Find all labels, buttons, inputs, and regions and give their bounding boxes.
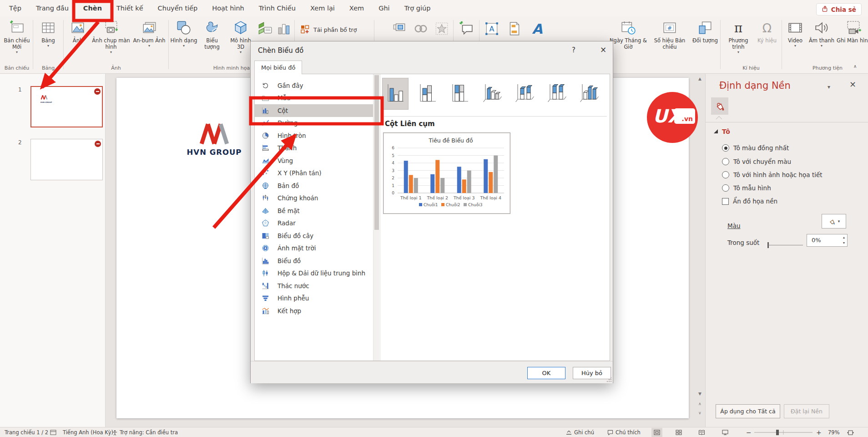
- option-gradient-fill[interactable]: Tô với chuyển màu: [722, 158, 791, 165]
- zoom-level[interactable]: 79%: [828, 427, 840, 437]
- ok-button[interactable]: OK: [527, 367, 565, 379]
- canvas-scrollbar[interactable]: ▲ ▼ ∧ ∨: [697, 76, 704, 425]
- shapes-button[interactable]: Hình dạng▾: [170, 16, 198, 48]
- slide-number-button[interactable]: # Số hiệu Bản chiếu: [648, 16, 691, 50]
- table-button[interactable]: Bảng▾: [40, 16, 56, 48]
- smartart-button[interactable]: [255, 16, 275, 36]
- accessibility-status[interactable]: Trợ năng: Cần điều tra: [120, 427, 178, 437]
- radio-selected-icon[interactable]: [722, 144, 729, 152]
- reading-view-button[interactable]: [696, 427, 707, 437]
- fill-tab[interactable]: [711, 97, 728, 115]
- chart-category-stock[interactable]: Chứng khoán: [255, 192, 373, 205]
- slideshow-view-button[interactable]: [720, 427, 731, 437]
- ribbon-tab-3[interactable]: Thiết kế: [109, 0, 151, 16]
- all-charts-tab[interactable]: Mọi biểu đồ: [254, 61, 302, 74]
- panel-close-icon[interactable]: ×: [849, 79, 856, 89]
- next-slide-icon[interactable]: ∨: [698, 411, 701, 415]
- chart-category-radar[interactable]: Radar: [255, 217, 373, 230]
- option-hide-background[interactable]: Ẩn đồ họa nền: [722, 198, 777, 205]
- scroll-up-icon[interactable]: ▲: [698, 76, 701, 81]
- dialog-close-icon[interactable]: ×: [596, 45, 610, 54]
- category-list-scrollbar[interactable]: [373, 74, 379, 361]
- chart-category-surface[interactable]: Bề mặt: [255, 204, 373, 217]
- subtype-100-stacked-column-icon[interactable]: [447, 78, 473, 110]
- ribbon-tab-6[interactable]: Trình Chiếu: [252, 0, 303, 16]
- share-button[interactable]: Chia sẻ: [816, 3, 862, 15]
- chart-category-funnel[interactable]: Hình phễu: [255, 292, 373, 305]
- date-time-button[interactable]: Ngày Tháng & Giờ: [608, 16, 648, 50]
- radio-icon[interactable]: [722, 171, 729, 178]
- subtype-clustered-column-icon[interactable]: [382, 78, 409, 110]
- video-button[interactable]: Video▾: [783, 16, 807, 48]
- chart-category-recent[interactable]: Gần đây: [255, 79, 373, 92]
- subtype-3d-column-icon[interactable]: [576, 78, 602, 110]
- symbol-button[interactable]: Ω Ký hiệu: [754, 16, 780, 44]
- zoom-in-icon[interactable]: +: [816, 427, 822, 437]
- ribbon-tab-2[interactable]: Chèn: [76, 0, 109, 16]
- get-addins-button[interactable]: Tải phần bổ trợ: [296, 16, 360, 35]
- screen-recording-button[interactable]: Ghi Màn hình: [836, 16, 868, 44]
- comments-button[interactable]: Chú thích: [607, 427, 641, 437]
- ribbon-tab-7[interactable]: Xem lại: [303, 0, 342, 16]
- checkbox-icon[interactable]: [722, 198, 729, 205]
- chart-category-boxwhisker[interactable]: Hộp & Dải dữ liệu trung bình: [255, 267, 373, 280]
- normal-view-button[interactable]: [651, 427, 662, 437]
- reset-background-button[interactable]: Đặt lại Nền: [784, 404, 829, 418]
- dialog-help-icon[interactable]: ?: [572, 46, 575, 54]
- panel-dropdown-icon[interactable]: ▾: [828, 84, 830, 90]
- ribbon-tab-9[interactable]: Ghi: [371, 0, 397, 16]
- equation-button[interactable]: π Phương trình▾: [722, 16, 754, 54]
- chart-category-map[interactable]: Bản đồ: [255, 179, 373, 192]
- cancel-button[interactable]: Hủy bỏ: [573, 367, 611, 379]
- object-button[interactable]: Đối tượng: [692, 16, 718, 44]
- slide-sorter-view-button[interactable]: [673, 427, 684, 437]
- chart-preview[interactable]: Tiêu đề Biểu đồ0123456Thể loại 1Thể loại…: [383, 132, 510, 214]
- fill-section-expand-icon[interactable]: [714, 129, 718, 133]
- subtype-3d-clustered-column-icon[interactable]: [479, 78, 505, 110]
- spinner-arrows-icon[interactable]: ▴▾: [843, 235, 845, 246]
- chart-category-line[interactable]: Đường: [255, 117, 373, 130]
- slide-2-thumbnail[interactable]: [30, 139, 103, 180]
- chart-category-template[interactable]: Mẫu: [255, 92, 373, 105]
- option-solid-fill[interactable]: Tô màu đồng nhất: [722, 144, 789, 152]
- layout-icon[interactable]: [50, 427, 56, 437]
- zoom-out-icon[interactable]: −: [746, 427, 752, 437]
- collapse-ribbon-icon[interactable]: ∧: [853, 64, 857, 69]
- subtype-3d-stacked-column-icon[interactable]: [511, 78, 538, 110]
- chart-category-column[interactable]: Cột: [255, 104, 373, 117]
- ribbon-tab-8[interactable]: Xem: [342, 0, 371, 16]
- transparency-slider-track[interactable]: [768, 245, 803, 245]
- notes-button[interactable]: Ghi chú: [566, 427, 594, 437]
- audio-button[interactable]: Âm thanh▾: [807, 16, 836, 48]
- color-picker-button[interactable]: ▾: [822, 214, 846, 229]
- resize-grip[interactable]: [606, 376, 612, 383]
- subtype-3d-100-stacked-column-icon[interactable]: [544, 78, 570, 110]
- ribbon-tab-1[interactable]: Trang đầu: [29, 0, 76, 16]
- new-slide-button[interactable]: Bản chiếu Mới▾: [2, 16, 32, 54]
- icons-button[interactable]: Biểu tượng: [198, 16, 226, 50]
- chart-category-pie[interactable]: Hình tròn: [255, 129, 373, 142]
- zoom-slider[interactable]: [754, 427, 812, 437]
- chart-category-sunburst[interactable]: Ánh mặt trời: [255, 242, 373, 255]
- chart-category-scatter[interactable]: X Y (Phân tán): [255, 167, 373, 180]
- transparency-value-field[interactable]: 0% ▴▾: [807, 234, 848, 247]
- ribbon-tab-0[interactable]: Tệp: [2, 0, 29, 16]
- slide-1-thumbnail[interactable]: HVN GROUP: [30, 86, 103, 127]
- screenshot-button[interactable]: Ảnh chụp màn hình▾: [90, 16, 132, 54]
- chart-category-bar[interactable]: Thanh: [255, 142, 373, 155]
- subtype-stacked-column-icon[interactable]: [414, 78, 441, 110]
- chart-category-waterfall[interactable]: Thác nước: [255, 279, 373, 292]
- apply-to-all-button[interactable]: Áp dụng cho Tất cả: [716, 404, 780, 418]
- photo-album-button[interactable]: An-bum Ảnh▾: [132, 16, 167, 48]
- radio-icon[interactable]: [722, 158, 729, 165]
- picture-button[interactable]: Ảnh▾: [66, 16, 90, 48]
- ribbon-tab-4[interactable]: Chuyển tiếp: [151, 0, 205, 16]
- chart-category-treemap[interactable]: Biểu đồ cây: [255, 229, 373, 242]
- radio-icon[interactable]: [722, 184, 729, 192]
- chart-category-combo[interactable]: Kết hợp: [255, 305, 373, 317]
- chart-category-area[interactable]: Vùng: [255, 154, 373, 167]
- ribbon-tab-5[interactable]: Hoạt hình: [205, 0, 252, 16]
- ribbon-tab-10[interactable]: Trợ giúp: [397, 0, 438, 16]
- option-pattern-fill[interactable]: Tô mẫu hình: [722, 184, 771, 192]
- previous-slide-icon[interactable]: ∧: [698, 401, 701, 406]
